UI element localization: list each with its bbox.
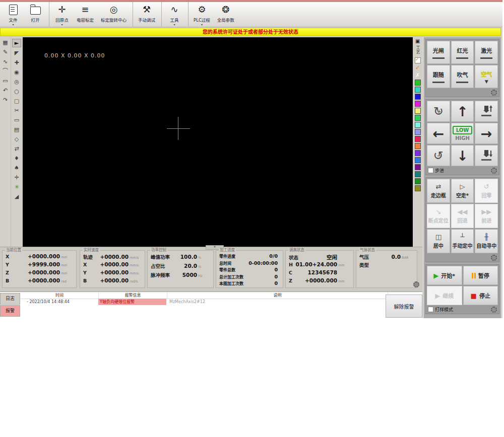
layer-color-swatch[interactable] [415,122,421,128]
io-button[interactable]: 光闸 ▼ [427,41,450,64]
motion-button[interactable]: ▷ 空走* [451,179,474,203]
toolbar-calibrate-rotation-center-button[interactable]: ◎ 标定旋转中心 [97,2,133,27]
mark-point-icon[interactable]: ✳ [13,183,21,191]
redo-icon[interactable]: ↷ [2,96,10,104]
layer-color-swatch[interactable] [415,157,421,163]
dropdown-caret-icon: ▾ [12,23,14,26]
motion-button[interactable]: ▶▶ 前进 [475,204,498,228]
io-button[interactable]: 跟随 ▼ [427,65,450,88]
layer-color-swatch[interactable] [415,101,421,107]
layer-color-swatch[interactable] [415,136,421,142]
gear-icon[interactable] [491,307,497,313]
swap-icon[interactable]: ⇄ [13,145,21,153]
toolbar-open-button[interactable]: 打开 [24,2,49,27]
gear-icon[interactable] [491,255,497,261]
gear-icon[interactable] [413,281,419,287]
layer-color-swatch[interactable] [415,185,421,191]
bridge-icon[interactable]: ⌒ [2,67,10,75]
process-vertical-tab[interactable]: 工艺 [415,45,420,56]
layer-color-swatch[interactable] [415,178,421,184]
step-mode-checkbox[interactable] [428,168,433,173]
tab-log[interactable]: 日志 [0,293,20,305]
rounded-rect-tool-icon[interactable]: ▢ [13,97,21,105]
toolbar-tools-button[interactable]: ∿ 工具 ▾ [163,2,188,27]
circle-tool-icon[interactable]: ○ [13,88,21,95]
no-cut-layer-icon[interactable]: ✗ [415,72,420,79]
layer-color-swatch[interactable] [415,108,421,114]
hatch-icon[interactable]: ▤ [13,126,21,133]
z-up-button[interactable] [475,101,498,122]
toolbar-file-button[interactable]: 文件 ▾ [2,2,24,27]
speed-low-high-toggle[interactable]: LOW HIGH [451,123,474,144]
stop-button[interactable]: ■ 停止 [463,286,498,305]
motion-button[interactable]: ◀◀ 回退 [451,204,474,228]
layer-color-swatch[interactable] [415,115,421,121]
rotate-b-minus-button[interactable]: ↺− [427,145,450,166]
layer-color-swatch[interactable] [415,80,421,86]
alarm-row[interactable]: - 2022/10/4 14:48:44 Y轴负向硬限位报警 MzMechAxi… [21,299,270,305]
motion-button[interactable]: ⇄ 走边框 [427,179,450,203]
layer-color-swatch[interactable] [415,94,421,100]
jog-down-button[interactable]: ↓ [451,145,474,166]
io-button[interactable]: 激光 ▼ [475,41,498,64]
io-button[interactable]: 吹气 ▼ [451,65,474,88]
layer-color-swatch[interactable] [415,171,421,177]
grid-icon[interactable]: ▦ [2,39,10,46]
select-cursor-icon[interactable]: ► [12,39,21,47]
z-up-icon [479,105,493,118]
tab-alarm[interactable]: 报警 [0,305,20,317]
resume-button[interactable]: ▶ 继续 [427,286,462,305]
toolbar-global-parameters-button[interactable]: ❂ 全局参数 [214,2,238,27]
up-arrow-icon: ↑ [457,105,468,118]
workspace-canvas[interactable]: 0.00 X 0.00 X 0.00 [23,37,413,247]
toolbar-manual-debug-button[interactable]: ⚒ 手动调试 [135,2,162,27]
start-button[interactable]: ▶ 开始* [427,266,462,285]
layer-visible-checkbox[interactable]: ✓ [415,57,421,63]
motion-button-icon: ◫ [435,234,442,241]
view-eye-icon[interactable]: ◉ [13,68,21,76]
toolbar-capacitance-calibration-button[interactable]: ≡ 电容标定 [73,2,97,27]
clear-alarm-button[interactable]: 解除报警 [386,295,422,318]
rect-tool-icon[interactable]: ▭ [13,116,21,124]
motion-button[interactable]: ◫ 居中 [427,229,450,253]
layer-color-swatch[interactable] [415,87,421,93]
move-icon[interactable]: ✛ [13,174,21,181]
pan-hand-icon[interactable]: ✚ [13,59,21,66]
gear-icon[interactable] [491,168,497,174]
jog-left-button[interactable]: ← [427,123,450,144]
run-section-footer: 打样模式 [427,306,498,313]
layer-color-swatch[interactable] [415,129,421,135]
polygon-tool-icon[interactable]: ◇ [13,135,21,143]
array-icon[interactable]: ▭ [2,77,10,85]
eraser-icon[interactable]: ◢ [13,193,21,200]
undo-icon[interactable]: ↶ [2,87,10,94]
zoom-icon[interactable]: ◎ [13,78,21,86]
license-warning-banner: 您的系统许可证处于或者部分处于无效状态 [0,28,501,36]
pause-button[interactable]: 暂停 [463,266,498,285]
jog-right-button[interactable]: → [475,123,498,144]
layer-color-swatch[interactable] [415,150,421,156]
node-edit-icon[interactable]: ◤ [13,49,21,57]
layers-icon[interactable]: ▣ [415,38,420,44]
motion-button[interactable]: ↺ 回零 [475,179,498,203]
layer-color-swatch[interactable] [415,164,421,170]
drop-icon[interactable]: ♦ [13,155,21,162]
sample-mode-checkbox[interactable] [428,307,433,312]
draw-shape-icon[interactable]: ✎ [2,48,10,56]
io-button[interactable]: 空气 ▼ [475,65,498,88]
gear-icon[interactable] [491,90,497,96]
scissors-icon[interactable]: ✂ [13,107,21,114]
io-button[interactable]: 红光 ▼ [451,41,474,64]
motion-button[interactable]: ┴ 手动定中 [451,229,474,253]
check-icon[interactable]: ✓ [415,64,420,71]
motion-button[interactable]: ╫ 自动寻中 [475,229,498,253]
toolbar-plc-process-button[interactable]: ⚙ PLC过程 ▾ [190,2,214,27]
motion-button[interactable]: ↘ 断点定位 [427,204,450,228]
layer-color-swatch[interactable] [415,143,421,149]
z-down-button[interactable] [475,145,498,166]
jog-up-button[interactable]: ↑ [451,101,474,122]
spade-icon[interactable]: ♠ [13,164,21,172]
polyline-icon[interactable]: ∿ [2,58,10,65]
rotate-b-plus-button[interactable]: ↻+ [427,101,450,122]
toolbar-go-origin-button[interactable]: ✛ 回原点 ▾ [51,2,73,27]
